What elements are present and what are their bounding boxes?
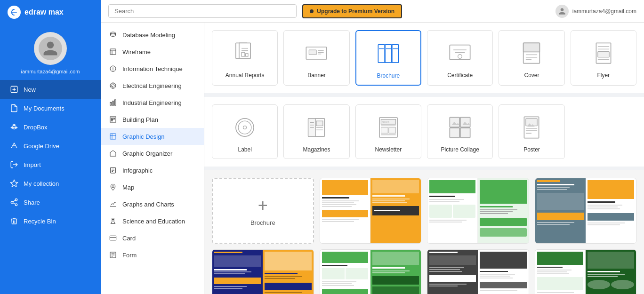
banner-icon: [301, 38, 331, 68]
cat-map[interactable]: Map: [101, 179, 204, 196]
sidebar-item-recycle-bin[interactable]: Recycle Bin: [0, 212, 101, 230]
template-type-grid-2: Label: [212, 104, 636, 159]
svg-rect-85: [389, 127, 396, 133]
brochure-template-2[interactable]: [427, 178, 529, 244]
app-name: edraw max: [24, 8, 64, 16]
svg-point-4: [11, 201, 13, 204]
cat-industrial-engineering[interactable]: Industrial Engineering: [101, 94, 204, 111]
poster-icon: [516, 112, 547, 143]
sidebar-item-new[interactable]: New: [0, 80, 101, 99]
form-icon: [108, 250, 118, 260]
sidebar-item-label-my-collection: My collection: [24, 180, 59, 187]
building-plan-icon: [108, 115, 118, 124]
brochure-preview-7: [535, 250, 636, 294]
import-icon: [9, 160, 19, 169]
cat-card[interactable]: Card: [101, 230, 204, 246]
template-card-label-picture-collage: Picture Collage: [441, 146, 479, 153]
cat-infographic[interactable]: Infographic: [101, 162, 204, 179]
svg-rect-49: [378, 45, 385, 63]
brochure-template-6[interactable]: [427, 249, 529, 294]
picture-collage-icon: [445, 112, 475, 143]
sidebar-item-my-collection[interactable]: My collection: [0, 174, 101, 193]
template-card-label[interactable]: Label: [212, 104, 278, 159]
template-card-newsletter[interactable]: NEWS Newsletter: [355, 104, 421, 159]
upgrade-label: Upgrade to Premium Version: [317, 8, 394, 15]
cat-electrical-engineering[interactable]: Electrical Engineering: [101, 77, 204, 94]
sidebar-item-import[interactable]: Import: [0, 155, 101, 174]
template-card-label-banner: Banner: [307, 72, 326, 79]
template-card-flyer[interactable]: Flyer: [571, 30, 636, 86]
svg-rect-23: [110, 134, 116, 139]
svg-point-5: [15, 204, 17, 206]
cat-wireframe[interactable]: Wireframe: [101, 43, 204, 60]
sidebar-user-email: iammurtaza4@gmail.com: [17, 69, 84, 74]
brochure-template-5[interactable]: [320, 249, 422, 294]
template-type-grid-section-2: Label: [204, 97, 644, 170]
cat-label: Electrical Engineering: [122, 82, 182, 89]
template-card-banner[interactable]: Banner: [283, 30, 349, 86]
flyer-icon: [588, 38, 619, 68]
cat-label: Graphs and Charts: [122, 201, 174, 208]
cat-graphic-organizer[interactable]: Graphic Organizer: [101, 145, 204, 162]
recycle-bin-icon: [9, 216, 19, 226]
svg-rect-67: [598, 52, 609, 57]
svg-text:NEWS: NEWS: [382, 121, 389, 124]
cat-science-and-education[interactable]: Science and Education: [101, 213, 204, 230]
cat-label: Building Plan: [122, 116, 158, 123]
cat-form[interactable]: Form: [101, 246, 204, 263]
template-card-certificate[interactable]: Certificate: [427, 30, 493, 86]
database-icon: [108, 30, 118, 40]
svg-marker-2: [11, 180, 18, 187]
template-card-label-newsletter: Newsletter: [375, 146, 402, 153]
template-card-brochure[interactable]: Brochure: [355, 30, 421, 86]
cat-graphs-and-charts[interactable]: Graphs and Charts: [101, 196, 204, 213]
template-card-magazines[interactable]: Magazines: [283, 104, 349, 159]
graphs-charts-icon: [108, 199, 118, 209]
template-card-label-certificate: Certificate: [447, 72, 473, 79]
information-technique-icon: [108, 64, 118, 73]
cat-graphic-design[interactable]: Graphic Design: [101, 128, 204, 145]
map-icon: [108, 183, 118, 192]
new-brochure-card[interactable]: + Brochure: [212, 178, 314, 244]
brochure-template-4[interactable]: [212, 249, 314, 294]
svg-rect-45: [309, 50, 317, 55]
template-card-label-flyer: Flyer: [597, 72, 610, 79]
cat-database-modeling[interactable]: Database Modeling: [101, 26, 204, 43]
sidebar-navigation: New My Documents DropBox Google Drive Im…: [0, 80, 101, 294]
sidebar-item-dropbox[interactable]: DropBox: [0, 118, 101, 136]
sidebar-item-share[interactable]: Share: [0, 193, 101, 212]
template-card-label-label: Label: [238, 146, 251, 153]
template-card-annual-reports[interactable]: Annual Reports: [212, 30, 278, 86]
svg-rect-16: [110, 102, 112, 105]
svg-point-14: [113, 70, 113, 70]
sidebar-item-label-dropbox: DropBox: [24, 124, 48, 131]
main-panel: Annual Reports: [204, 23, 644, 294]
template-card-picture-collage[interactable]: Picture Collage: [427, 104, 493, 159]
sidebar-item-google-drive[interactable]: Google Drive: [0, 136, 101, 155]
user-info: iammurtaza4@gmail.com: [555, 5, 636, 18]
sidebar-item-label-import: Import: [24, 161, 41, 168]
cat-information-technique[interactable]: Information Technique: [101, 60, 204, 77]
card-icon: [108, 233, 118, 243]
svg-rect-9: [110, 49, 116, 55]
brochure-template-1[interactable]: [320, 178, 422, 244]
svg-rect-18: [114, 100, 116, 105]
svg-marker-24: [110, 151, 116, 156]
graphic-organizer-icon: [108, 149, 118, 158]
cat-label: Information Technique: [122, 65, 183, 72]
brochure-template-3[interactable]: [535, 178, 637, 244]
template-card-poster[interactable]: Poster: [499, 104, 564, 159]
avatar: [34, 32, 67, 65]
cat-building-plan[interactable]: Building Plan: [101, 111, 204, 128]
cat-label: Graphic Organizer: [122, 150, 172, 157]
brochure-preview-6: [427, 250, 529, 294]
new-brochure-label: Brochure: [250, 219, 275, 226]
template-card-cover[interactable]: Cover: [499, 30, 564, 86]
sidebar-item-my-documents[interactable]: My Documents: [0, 99, 101, 118]
search-input[interactable]: [108, 4, 297, 18]
brochure-template-7[interactable]: [535, 249, 637, 294]
brochure-templates-grid-2: [212, 249, 636, 294]
cat-label: Wireframe: [122, 48, 151, 56]
upgrade-button[interactable]: Upgrade to Premium Version: [302, 4, 402, 18]
brochure-preview-1: [320, 178, 421, 243]
